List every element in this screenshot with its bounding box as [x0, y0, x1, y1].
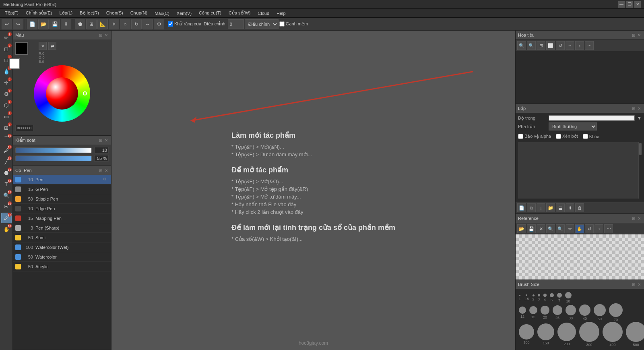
- menu-item-tpf[interactable]: Tệp(F): [2, 10, 22, 17]
- color-wheel-wrapper[interactable]: [34, 65, 90, 122]
- ht-reset[interactable]: ↺: [556, 41, 565, 50]
- lop-import-btn[interactable]: ⬆: [566, 203, 574, 212]
- tool-btn-text[interactable]: T14: [1, 179, 12, 189]
- tool-btn-hand2[interactable]: ✋18: [1, 224, 12, 234]
- brush-item[interactable]: 50Watercolor: [13, 252, 111, 262]
- smooth-checkbox-label[interactable]: Cạnh mềm: [279, 21, 308, 27]
- brush-size-item[interactable]: 500: [626, 322, 644, 347]
- brush-item[interactable]: 15G Pen: [13, 184, 111, 194]
- ref-close-btn[interactable]: ✕: [637, 216, 642, 221]
- hoa-tieu-content[interactable]: [516, 51, 644, 104]
- ht-extra[interactable]: ⋯: [585, 41, 594, 50]
- export-btn[interactable]: ⬇: [61, 19, 71, 29]
- xen-bot-check[interactable]: Xén bớt: [556, 134, 578, 139]
- ht-flip-v[interactable]: ↕: [575, 41, 584, 50]
- bao-ve-alpha-check[interactable]: Bảo vệ alpha: [518, 134, 551, 139]
- brush-size-item[interactable]: 40: [579, 304, 590, 321]
- menu-item-xemv[interactable]: Xem(V): [173, 10, 195, 17]
- brush-item[interactable]: 50Acrylic: [13, 262, 111, 271]
- ruler-btn[interactable]: 📐: [97, 19, 108, 29]
- size-slider[interactable]: [15, 147, 92, 153]
- brush-size-item[interactable]: 20: [541, 306, 549, 319]
- maximize-btn[interactable]: ❐: [626, 1, 633, 8]
- tool-btn-lasso[interactable]: ⬡7: [1, 100, 12, 110]
- canvas-area[interactable]: Làm mới tác phẩm * Tệp(&F) > Mới(&N)... …: [111, 31, 515, 350]
- brush-size-item[interactable]: 25: [553, 305, 562, 320]
- sym-btn[interactable]: ✳: [109, 19, 119, 29]
- circle-btn[interactable]: ○: [120, 19, 130, 29]
- menu-item-chnhsae[interactable]: Chỉnh sửa(E): [23, 10, 56, 17]
- undo-btn[interactable]: ↩: [2, 19, 12, 29]
- menu-item-cloud[interactable]: Cloud: [254, 10, 272, 17]
- menu-item-lpl[interactable]: Lớp(L): [56, 10, 76, 17]
- hoa-tieu-float-btn[interactable]: ⊞: [631, 33, 636, 38]
- brush-item[interactable]: 50Stipple Pen: [13, 194, 111, 204]
- flip-h-btn[interactable]: ↔: [142, 19, 153, 29]
- lop-delete-btn[interactable]: 🗑: [575, 203, 584, 212]
- brush-size-item[interactable]: 5: [550, 293, 554, 302]
- ref-extra-btn[interactable]: ⋯: [604, 224, 613, 233]
- lop-scrollbar[interactable]: [638, 142, 642, 199]
- color-wheel-inner[interactable]: [46, 77, 78, 110]
- brush-size-float-btn[interactable]: ⊞: [631, 282, 636, 287]
- menu-item-cngct[interactable]: Công cụ(T): [196, 10, 225, 17]
- brush-size-item[interactable]: 10: [565, 292, 572, 303]
- foreground-color-swatch[interactable]: [15, 42, 28, 55]
- ref-zoom-in-btn[interactable]: 🔍: [546, 224, 555, 233]
- tool-btn-crop[interactable]: ✂16: [1, 201, 12, 212]
- ref-hand-btn[interactable]: ✋: [575, 224, 584, 233]
- ht-fit[interactable]: ⊞: [537, 41, 545, 50]
- brush-panel-controls[interactable]: ⊞ ✕: [98, 168, 109, 173]
- menu-item-blcr[interactable]: Bộ lọc(R): [76, 10, 102, 17]
- ref-close-img-btn[interactable]: ✕: [537, 224, 545, 233]
- lop-folder-btn[interactable]: 📁: [546, 203, 555, 212]
- tool-btn-bucket[interactable]: ⬣13: [1, 168, 12, 178]
- control-panel-controls[interactable]: ⊞ ✕: [98, 138, 109, 143]
- menu-item-chns[interactable]: Chọn(S): [103, 10, 126, 17]
- ref-save-btn[interactable]: 💾: [527, 224, 536, 233]
- brush-item[interactable]: 100Watercolor (Wet): [13, 242, 111, 252]
- lop-layer-area[interactable]: [518, 142, 642, 199]
- color-panel-controls[interactable]: ⊞ ✕: [98, 33, 109, 38]
- brush-size-item[interactable]: 15: [529, 306, 537, 319]
- brush-size-item[interactable]: 100: [519, 324, 534, 344]
- ht-fill[interactable]: ⬜: [546, 41, 555, 50]
- menu-item-muc[interactable]: Màu(C): [151, 10, 173, 17]
- brush-size-item[interactable]: 1: [519, 295, 521, 301]
- brush-item[interactable]: 10Edge Pen: [13, 204, 111, 213]
- brush-size-item[interactable]: 12: [519, 307, 526, 319]
- tool-btn-grid[interactable]: ⊞9: [1, 122, 12, 133]
- redo-btn[interactable]: ↪: [13, 19, 23, 29]
- opacity-slider[interactable]: [15, 155, 92, 161]
- ref-float-btn[interactable]: ⊞: [631, 216, 636, 221]
- ht-zoom-in[interactable]: 🔍: [527, 41, 536, 50]
- brush-size-item[interactable]: 400: [603, 322, 623, 347]
- brush-size-controls[interactable]: ⊞ ✕: [631, 282, 642, 287]
- hex-value[interactable]: #000000: [15, 125, 33, 131]
- ref-reset-btn[interactable]: ↺: [585, 224, 594, 233]
- tool-btn-line[interactable]: ╱12: [1, 156, 12, 167]
- brush-size-item[interactable]: 50: [594, 304, 606, 321]
- transparent-btn[interactable]: ✕: [39, 42, 47, 50]
- tool-btn-hand[interactable]: 🖊17: [1, 213, 12, 223]
- tool-btn-paint[interactable]: 🖌11: [1, 145, 12, 155]
- settings-btn[interactable]: ⚙: [154, 19, 164, 29]
- ref-zoom-out-btn[interactable]: 🔍: [556, 224, 565, 233]
- lop-float-btn[interactable]: ⊞: [631, 106, 636, 111]
- save-btn[interactable]: 💾: [50, 19, 60, 29]
- menu-item-help[interactable]: Help: [273, 10, 289, 17]
- brush-close-btn[interactable]: ✕: [104, 168, 109, 173]
- rotate-btn[interactable]: ↻: [131, 19, 142, 29]
- brush-size-close-btn[interactable]: ✕: [637, 282, 642, 287]
- lop-new-btn[interactable]: 📄: [517, 203, 526, 212]
- brush-size-item[interactable]: 150: [537, 323, 554, 345]
- tool-btn-pen[interactable]: ✏1: [1, 32, 12, 43]
- background-color-swatch[interactable]: [9, 58, 20, 69]
- lop-close-btn[interactable]: ✕: [637, 106, 642, 111]
- lop-copy-btn[interactable]: ⧉: [527, 203, 536, 212]
- ht-zoom-out[interactable]: 🔍: [517, 41, 526, 50]
- tool-btn-eraser[interactable]: ◻2: [1, 43, 12, 54]
- tool-btn-zoom[interactable]: 🔍15: [1, 190, 12, 201]
- tool-btn-select[interactable]: ▭8: [1, 111, 12, 122]
- blend-mode-select[interactable]: Bình thường: [549, 122, 597, 130]
